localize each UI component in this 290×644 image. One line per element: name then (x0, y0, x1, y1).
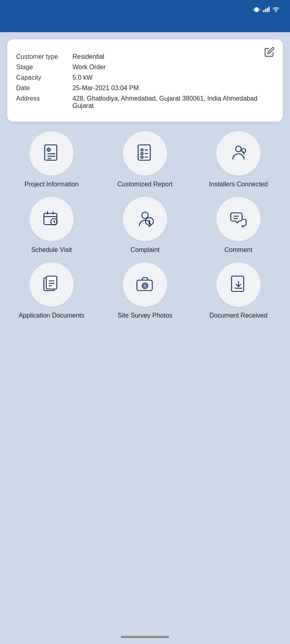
info-row: Date25-Mar-2021 03:04 PM (16, 85, 274, 92)
edit-button[interactable] (264, 47, 275, 60)
app-header (0, 19, 290, 32)
application-documents-label: Application Documents (19, 312, 85, 320)
grid-item-document-received[interactable]: Document Received (194, 262, 283, 320)
document-received-icon-circle (216, 262, 261, 307)
grid-section: Project Information Customized Report In… (0, 122, 290, 320)
svg-point-18 (236, 146, 241, 152)
svg-point-37 (144, 284, 147, 287)
svg-rect-35 (137, 280, 152, 291)
project-card: Customer typeResidentialStageWork OrderC… (7, 39, 283, 122)
svg-rect-38 (232, 276, 244, 291)
site-survey-photos-icon-circle (123, 262, 167, 307)
bottom-nav (0, 630, 290, 644)
grid-container: Project Information Customized Report In… (7, 131, 283, 320)
svg-point-5 (276, 12, 276, 12)
svg-rect-11 (138, 145, 150, 160)
info-value: Work Order (72, 64, 274, 71)
info-label: Stage (16, 64, 72, 71)
info-value: 25-Mar-2021 03:04 PM (72, 85, 274, 92)
svg-rect-4 (268, 7, 269, 12)
application-documents-icon-circle (29, 262, 74, 307)
status-icons (253, 6, 282, 13)
info-label: Capacity (16, 74, 72, 81)
grid-item-customized-report[interactable]: Customized Report (101, 131, 189, 189)
complaint-icon-circle (123, 197, 167, 241)
installers-connected-label: Installers Connected (209, 180, 268, 189)
customized-report-icon-circle (123, 131, 167, 175)
info-label: Customer type (16, 53, 72, 60)
svg-rect-1 (263, 10, 264, 12)
svg-point-36 (142, 283, 148, 289)
project-information-icon-circle (29, 131, 74, 175)
card-fields: Customer typeResidentialStageWork OrderC… (16, 53, 274, 109)
svg-rect-14 (141, 156, 143, 158)
svg-rect-12 (141, 149, 143, 151)
customized-report-label: Customized Report (118, 180, 173, 189)
project-information-label: Project Information (25, 180, 79, 189)
info-label: Address (16, 95, 72, 109)
site-survey-photos-label: Site Survey Photos (118, 312, 172, 320)
svg-rect-0 (255, 8, 258, 12)
svg-rect-3 (267, 8, 268, 12)
info-value: 5.0 kW (72, 74, 274, 81)
grid-item-application-documents[interactable]: Application Documents (7, 262, 96, 320)
svg-point-27 (149, 223, 150, 224)
svg-point-19 (242, 149, 246, 153)
grid-item-schedule-visit[interactable]: Schedule Visit (7, 197, 96, 254)
info-row: Address428, Ghatlodiya, Ahmedabad, Gujar… (16, 95, 274, 109)
wifi-icon (272, 6, 280, 13)
svg-rect-2 (265, 9, 266, 12)
comment-label: Comment (224, 246, 252, 254)
info-value: 428, Ghatlodiya, Ahmedabad, Gujarat 3800… (72, 95, 274, 109)
document-received-label: Document Received (209, 312, 267, 320)
schedule-visit-label: Schedule Visit (31, 246, 72, 254)
grid-item-project-information[interactable]: Project Information (7, 131, 96, 189)
grid-item-installers-connected[interactable]: Installers Connected (194, 131, 283, 189)
grid-item-site-survey-photos[interactable]: Site Survey Photos (101, 262, 189, 320)
signal-icon (263, 6, 270, 13)
info-row: StageWork Order (16, 64, 274, 71)
svg-rect-13 (141, 153, 143, 155)
grid-item-comment[interactable]: Comment (194, 197, 283, 254)
info-label: Date (16, 85, 72, 92)
info-row: Customer typeResidential (16, 53, 274, 60)
comment-icon-circle (216, 197, 261, 241)
grid-item-complaint[interactable]: Complaint (101, 197, 189, 254)
complaint-label: Complaint (130, 246, 160, 254)
info-value: Residential (72, 53, 274, 60)
schedule-visit-icon-circle (29, 197, 74, 241)
bottom-pill (121, 636, 169, 638)
info-row: Capacity5.0 kW (16, 74, 274, 81)
svg-rect-6 (45, 145, 57, 160)
vibrate-icon (253, 6, 260, 13)
status-bar (0, 0, 290, 19)
svg-rect-31 (46, 276, 57, 289)
svg-point-25 (142, 212, 148, 219)
installers-connected-icon-circle (216, 131, 261, 175)
